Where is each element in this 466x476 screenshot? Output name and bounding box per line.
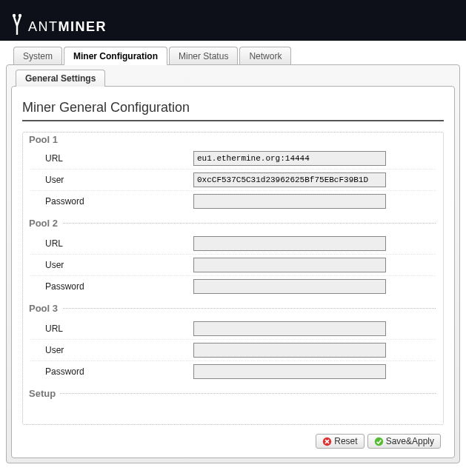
- tab-miner-configuration[interactable]: Miner Configuration: [64, 47, 167, 65]
- pool-legend: Pool 3: [29, 303, 62, 314]
- subtab-general-settings[interactable]: General Settings: [16, 70, 105, 87]
- pool-legend: Pool 2: [29, 218, 62, 229]
- pool-1: Pool 1 URL User Password: [30, 134, 436, 218]
- app-header: ANTMINER: [0, 0, 466, 41]
- check-icon: [374, 437, 384, 446]
- label-url: URL: [45, 324, 193, 334]
- main-tabbar: System Miner Configuration Miner Status …: [13, 47, 460, 65]
- brand-logo: ANTMINER: [9, 13, 107, 41]
- tab-panel: General Settings Miner General Configura…: [6, 64, 460, 463]
- pool-3: Pool 3 URL User Password: [30, 303, 436, 388]
- label-user: User: [45, 260, 193, 270]
- brand-text: ANTMINER: [28, 19, 107, 35]
- label-password: Password: [45, 366, 193, 377]
- button-bar: Reset Save&Apply: [22, 428, 444, 450]
- svg-point-4: [374, 437, 382, 445]
- sub-tabbar: General Settings: [16, 70, 455, 87]
- label-user: User: [45, 345, 193, 355]
- config-box: Pool 1 URL User Password Pool 2 URL: [22, 132, 444, 425]
- pool3-url-input[interactable]: [193, 321, 386, 336]
- sub-panel: Miner General Configuration Pool 1 URL U…: [11, 86, 455, 458]
- pool2-password-input[interactable]: [193, 279, 386, 294]
- pool2-user-input[interactable]: [193, 258, 386, 272]
- tab-system[interactable]: System: [13, 47, 62, 65]
- label-password: Password: [45, 281, 193, 292]
- page-title: Miner General Configuration: [22, 97, 444, 121]
- setup-legend: Setup: [29, 388, 60, 399]
- label-url: URL: [45, 238, 193, 249]
- pool3-password-input[interactable]: [193, 364, 386, 379]
- pool-2: Pool 2 URL User Password: [30, 218, 436, 303]
- setup-section: Setup: [30, 388, 436, 420]
- pool2-url-input[interactable]: [193, 236, 386, 251]
- label-password: Password: [45, 196, 193, 207]
- cancel-icon: [322, 437, 332, 446]
- antenna-icon: [9, 13, 25, 35]
- label-user: User: [45, 175, 193, 185]
- pool1-password-input[interactable]: [193, 194, 386, 209]
- pool3-user-input[interactable]: [193, 343, 386, 358]
- tab-miner-status[interactable]: Miner Status: [169, 47, 238, 65]
- label-url: URL: [45, 153, 193, 164]
- pool1-url-input[interactable]: [193, 151, 386, 166]
- reset-button[interactable]: Reset: [316, 434, 364, 449]
- tab-network[interactable]: Network: [239, 47, 291, 65]
- save-apply-button[interactable]: Save&Apply: [367, 434, 441, 449]
- pool1-user-input[interactable]: [193, 172, 386, 187]
- save-label: Save&Apply: [386, 436, 434, 446]
- reset-label: Reset: [334, 436, 357, 446]
- pool-legend: Pool 1: [29, 134, 62, 145]
